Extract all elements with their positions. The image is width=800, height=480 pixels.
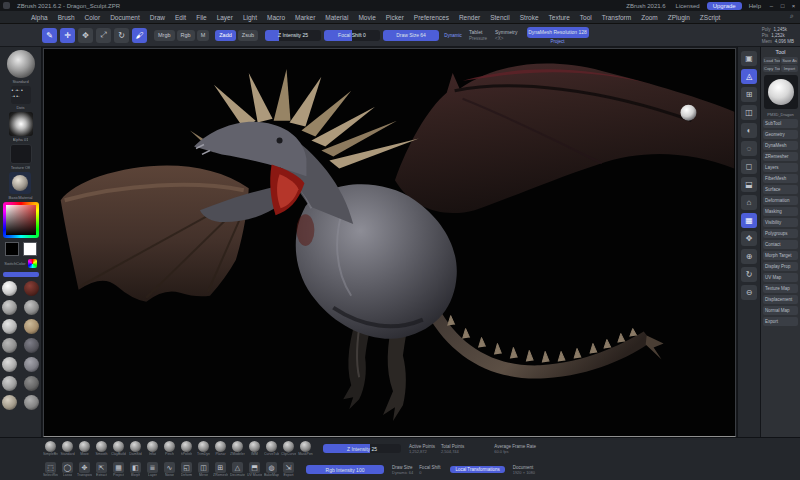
z-intensity-slider-bottom[interactable]: Z Intensity 25 [323,444,401,453]
shelf-slider[interactable]: Focal Shift 0 [324,30,380,41]
menu-item[interactable]: Light [238,14,262,21]
menu-item[interactable]: ZScript [695,14,726,21]
brush-shortcut-button[interactable]: Smooth [94,441,109,456]
color-picker[interactable] [3,202,39,238]
material-selector[interactable]: BasicMaterial [8,172,32,200]
material-ball[interactable] [24,300,39,315]
material-ball[interactable] [24,281,39,296]
tool-subpalette-row[interactable]: UV Map [763,273,798,282]
brush-shortcut-button[interactable]: Pinch [162,441,177,456]
tool-palette-button[interactable]: Import [781,65,798,72]
maximize-button[interactable]: □ [779,2,786,9]
tool-shortcut-button[interactable]: ∿ Noise [162,462,177,477]
local-symmetry-button[interactable]: ◫ [741,105,757,120]
tool-shortcut-button[interactable]: ▦ Project [111,462,126,477]
menu-item[interactable]: Stencil [485,14,515,21]
tool-shortcut-button[interactable]: ◱ Deform [179,462,194,477]
material-ball[interactable] [24,376,39,391]
material-ball[interactable] [2,376,17,391]
tool-shortcut-button[interactable]: ⬒ UV Master [247,462,262,477]
menu-item[interactable]: Brush [53,14,80,21]
saturation-value-square[interactable] [6,205,36,235]
menu-item[interactable]: Color [80,14,106,21]
brush-shortcut-button[interactable]: Planar [213,441,228,456]
menu-item[interactable]: Layer [212,14,238,21]
tool-subpalette-row[interactable]: Layers [763,163,798,172]
material-thumbnail-icon[interactable] [9,172,31,194]
shelf-slider[interactable]: Z Intensity 25 [265,30,321,41]
search-icon[interactable]: ⌕ [790,12,794,20]
tool-shortcut-button[interactable]: ⬚ SelectRect [43,462,58,477]
menu-item[interactable]: Picker [381,14,409,21]
draw-mode-button[interactable]: ✛ [60,28,75,43]
menu-item[interactable]: Tool [575,14,597,21]
menu-item[interactable]: Stroke [515,14,544,21]
texture-thumbnail-icon[interactable] [10,144,32,164]
texture-selector[interactable]: Texture Off [10,144,32,170]
brush-shortcut-button[interactable]: ClipCurve [281,441,296,456]
menu-item[interactable]: Texture [544,14,575,21]
alpha-selector[interactable]: Alpha 01 [9,112,33,142]
tool-subpalette-row[interactable]: Masking [763,207,798,216]
brush-shortcut-button[interactable]: Inflat [145,441,160,456]
frame-button[interactable]: ⌂ [741,195,757,210]
tool-shortcut-button[interactable]: ◧ Morph [128,462,143,477]
tool-shortcut-button[interactable]: ✥ Transpose [77,462,92,477]
dynamesh-resolution-slider[interactable]: DynaMesh Resolution 128 [527,27,589,38]
close-button[interactable]: × [790,2,797,9]
tool-subpalette-row[interactable]: Polygroups [763,229,798,238]
project-toggle[interactable]: Project [527,39,589,44]
current-tool-thumbnail[interactable] [764,75,798,109]
tool-shortcut-button[interactable]: ⊞ ZRemesh [213,462,228,477]
rotate-canvas-button[interactable]: ↻ [741,267,757,282]
material-scrollbar[interactable] [3,272,39,277]
solo-button[interactable]: ◻ [741,159,757,174]
brush-shortcut-button[interactable]: Standard [60,441,75,456]
tool-subpalette-row[interactable]: Export [763,317,798,326]
shelf-label-group[interactable]: Symmetry <X> [495,29,518,41]
menu-item[interactable]: Transform [597,14,636,21]
menu-item[interactable]: Draw [145,14,170,21]
tool-subpalette-row[interactable]: Normal Map [763,306,798,315]
brush-shortcut-button[interactable]: IMM [247,441,262,456]
tool-subpalette-row[interactable]: Displacement [763,295,798,304]
brush-shortcut-button[interactable]: CurveTube [264,441,279,456]
material-ball[interactable] [2,319,17,334]
main-color-swatch[interactable] [5,242,19,256]
material-ball[interactable] [24,338,39,353]
menu-item[interactable]: File [191,14,211,21]
brush-shortcut-button[interactable]: ZModeler [230,441,245,456]
brush-shortcut-button[interactable]: DamStd [128,441,143,456]
move-canvas-button[interactable]: ✥ [741,231,757,246]
upgrade-button[interactable]: Upgrade [707,2,742,10]
brush-shortcut-button[interactable]: SimpleBrush [43,441,58,456]
tool-subpalette-row[interactable]: SubTool [763,119,798,128]
xpose-button[interactable]: ⬓ [741,177,757,192]
material-ball[interactable] [2,338,17,353]
help-button[interactable]: Help [746,3,764,9]
local-transformations-button[interactable]: Local Transformations [450,466,504,473]
tool-subpalette-row[interactable]: Display Prop [763,262,798,271]
shelf-label-group[interactable]: Tablet Pressure [469,29,487,41]
rgb-intensity-slider-bottom[interactable]: Rgb Intensity 100 [306,465,384,474]
rotate-mode-button[interactable]: ↻ [114,28,129,43]
scale-canvas-button[interactable]: ⊕ [741,249,757,264]
material-ball[interactable] [2,395,17,410]
tool-subpalette-row[interactable]: Surface [763,185,798,194]
menu-item[interactable]: Document [105,14,145,21]
tool-palette-title[interactable]: Tool [763,49,798,55]
color-mode-button[interactable]: Mrgb [154,30,175,41]
tool-shortcut-button[interactable]: ◍ BakeMaps [264,462,279,477]
brush-shortcut-button[interactable]: ClayBuildup [111,441,126,456]
color-mode-button[interactable]: M [197,30,210,41]
brush-shortcut-button[interactable]: MaskPen [298,441,313,456]
tool-subpalette-row[interactable]: FiberMesh [763,174,798,183]
zoom-canvas-button[interactable]: ⊖ [741,285,757,300]
material-ball[interactable] [24,395,39,410]
brush-thumbnail-icon[interactable] [7,50,35,78]
menu-search[interactable]: ⌕ [790,12,794,20]
tool-palette-button[interactable]: Copy Tool [763,65,780,72]
alpha-thumbnail-icon[interactable] [9,112,33,136]
scale-mode-button[interactable]: ⤢ [96,28,111,43]
tool-subpalette-row[interactable]: Visibility [763,218,798,227]
